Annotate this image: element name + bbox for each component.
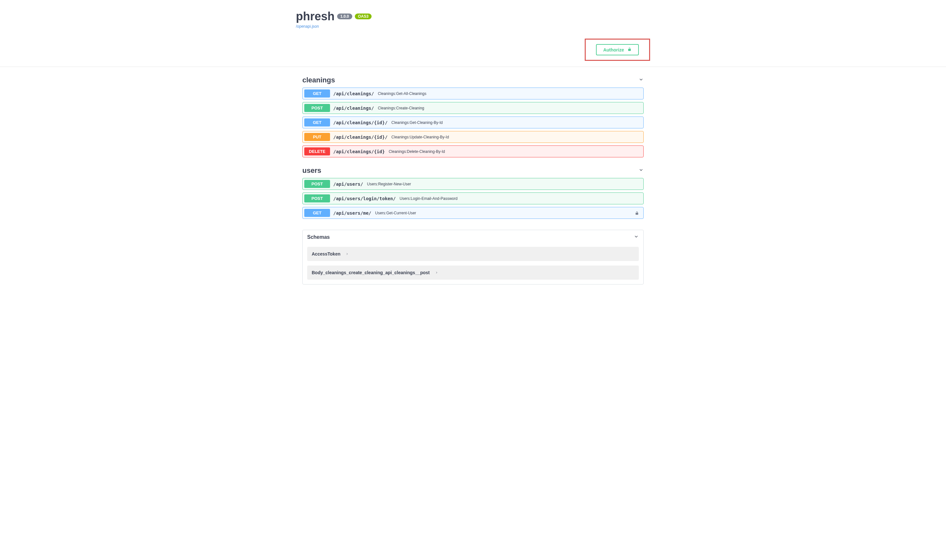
http-method-badge: POST (304, 194, 330, 202)
endpoint-summary: Cleanings:Get-All-Cleanings (378, 91, 426, 96)
http-method-badge: GET (304, 209, 330, 217)
endpoint-summary: Cleanings:Update-Cleaning-By-Id (391, 135, 449, 139)
endpoint-row[interactable]: POST/api/users/login/token/Users:Login-E… (302, 192, 644, 205)
http-method-badge: DELETE (304, 148, 330, 155)
authorize-button[interactable]: Authorize (596, 44, 639, 55)
endpoint-path: /api/users/me/ (333, 211, 371, 215)
tag-name: cleanings (302, 76, 335, 84)
schema-item[interactable]: Body_cleanings_create_cleaning_api_clean… (307, 266, 639, 280)
http-method-badge: PUT (304, 133, 330, 141)
endpoint-summary: Cleanings:Get-Cleaning-By-Id (391, 120, 443, 125)
tag-section: usersPOST/api/users/Users:Register-New-U… (302, 165, 644, 219)
schemas-section: Schemas AccessTokenBody_cleanings_create… (302, 230, 644, 285)
schemas-header[interactable]: Schemas (303, 230, 643, 244)
chevron-right-icon (345, 251, 349, 257)
chevron-right-icon (435, 270, 438, 275)
schema-item[interactable]: AccessToken (307, 247, 639, 261)
endpoint-path: /api/cleanings/ (333, 91, 374, 96)
endpoint-row[interactable]: GET/api/cleanings/Cleanings:Get-All-Clea… (302, 88, 644, 100)
endpoint-row[interactable]: POST/api/cleanings/Cleanings:Create-Clea… (302, 102, 644, 114)
endpoint-path: /api/cleanings/{id}/ (333, 135, 388, 140)
endpoint-summary: Users:Get-Current-User (375, 211, 416, 215)
http-method-badge: POST (304, 180, 330, 188)
api-title: phresh (296, 10, 334, 23)
endpoint-path: /api/cleanings/{id} (333, 149, 385, 154)
endpoint-row[interactable]: GET/api/users/me/Users:Get-Current-User (302, 207, 644, 219)
schema-name: Body_cleanings_create_cleaning_api_clean… (312, 270, 430, 275)
endpoint-row[interactable]: DELETE/api/cleanings/{id}Cleanings:Delet… (302, 145, 644, 157)
authorize-highlight: Authorize (585, 38, 650, 61)
tag-section: cleaningsGET/api/cleanings/Cleanings:Get… (302, 75, 644, 157)
http-method-badge: POST (304, 104, 330, 112)
endpoint-summary: Cleanings:Create-Cleaning (378, 106, 424, 111)
chevron-down-icon (638, 77, 644, 83)
spec-link[interactable]: /openapi.json (296, 24, 319, 29)
lock-icon (635, 211, 639, 215)
endpoint-row[interactable]: PUT/api/cleanings/{id}/Cleanings:Update-… (302, 131, 644, 143)
version-badge: 1.0.0 (337, 14, 352, 19)
tag-name: users (302, 166, 321, 175)
authorize-label: Authorize (603, 47, 624, 52)
schemas-title: Schemas (307, 234, 330, 240)
http-method-badge: GET (304, 89, 330, 97)
oas-badge: OAS3 (355, 14, 372, 19)
endpoint-path: /api/cleanings/ (333, 106, 374, 111)
endpoint-row[interactable]: POST/api/users/Users:Register-New-User (302, 178, 644, 190)
endpoint-row[interactable]: GET/api/cleanings/{id}/Cleanings:Get-Cle… (302, 117, 644, 128)
http-method-badge: GET (304, 118, 330, 126)
chevron-down-icon (638, 167, 644, 174)
header: phresh 1.0.0 OAS3 /openapi.json (296, 0, 650, 33)
endpoint-summary: Cleanings:Delete-Cleaning-By-Id (389, 149, 445, 154)
unlock-icon (627, 47, 632, 52)
schema-name: AccessToken (312, 251, 340, 257)
chevron-down-icon (634, 234, 639, 240)
endpoint-summary: Users:Login-Email-And-Password (400, 196, 458, 201)
endpoint-path: /api/users/ (333, 182, 363, 187)
endpoint-path: /api/users/login/token/ (333, 196, 396, 201)
endpoint-path: /api/cleanings/{id}/ (333, 120, 388, 125)
tag-header[interactable]: users (302, 165, 644, 178)
endpoint-summary: Users:Register-New-User (367, 182, 411, 186)
tag-header[interactable]: cleanings (302, 75, 644, 88)
